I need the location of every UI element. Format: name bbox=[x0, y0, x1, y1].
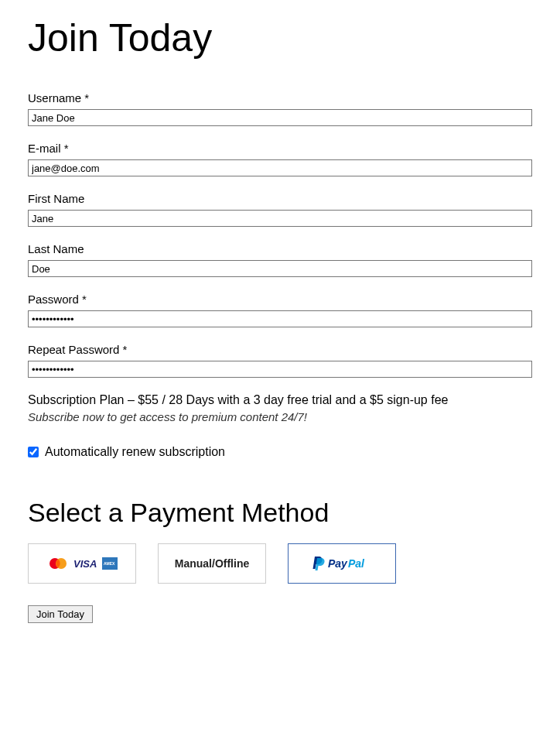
repeat-password-label: Repeat Password * bbox=[28, 343, 532, 356]
email-input[interactable] bbox=[28, 159, 532, 176]
payment-option-paypal[interactable]: Pay Pal bbox=[288, 543, 396, 584]
payment-methods: VISA AMEX Manual/Offline Pay Pal bbox=[28, 543, 532, 584]
amex-icon: AMEX bbox=[102, 556, 118, 571]
repeat-password-input[interactable] bbox=[28, 361, 532, 378]
first-name-input[interactable] bbox=[28, 210, 532, 227]
paypal-icon: Pay Pal bbox=[311, 555, 373, 572]
mastercard-icon bbox=[46, 556, 70, 571]
field-last-name: Last Name bbox=[28, 242, 532, 277]
password-input[interactable] bbox=[28, 310, 532, 327]
creditcard-icons: VISA AMEX bbox=[46, 556, 118, 571]
field-username: Username * bbox=[28, 91, 532, 126]
manual-label: Manual/Offline bbox=[175, 557, 249, 570]
subscription-plan-line: Subscription Plan – $55 / 28 Days with a… bbox=[28, 393, 532, 407]
first-name-label: First Name bbox=[28, 192, 532, 205]
page-title: Join Today bbox=[28, 15, 532, 60]
payment-method-title: Select a Payment Method bbox=[28, 498, 532, 528]
subscription-plan-desc: Subscribe now to get access to premium c… bbox=[28, 410, 532, 423]
field-email: E-mail * bbox=[28, 142, 532, 176]
payment-option-manual[interactable]: Manual/Offline bbox=[158, 543, 266, 584]
username-input[interactable] bbox=[28, 109, 532, 126]
join-today-button[interactable]: Join Today bbox=[28, 605, 93, 623]
field-repeat-password: Repeat Password * bbox=[28, 343, 532, 378]
username-label: Username * bbox=[28, 91, 532, 104]
svg-text:AMEX: AMEX bbox=[104, 561, 115, 566]
svg-text:Pal: Pal bbox=[348, 557, 365, 570]
svg-text:VISA: VISA bbox=[73, 558, 97, 570]
password-label: Password * bbox=[28, 293, 532, 306]
svg-text:Pay: Pay bbox=[328, 557, 348, 570]
field-first-name: First Name bbox=[28, 192, 532, 227]
email-label: E-mail * bbox=[28, 142, 532, 155]
auto-renew-label: Automatically renew subscription bbox=[45, 445, 225, 459]
payment-option-creditcard[interactable]: VISA AMEX bbox=[28, 543, 136, 584]
visa-icon: VISA bbox=[73, 556, 99, 571]
last-name-label: Last Name bbox=[28, 242, 532, 255]
auto-renew-row: Automatically renew subscription bbox=[28, 445, 532, 459]
last-name-input[interactable] bbox=[28, 260, 532, 277]
auto-renew-checkbox[interactable] bbox=[28, 447, 39, 457]
field-password: Password * bbox=[28, 293, 532, 327]
